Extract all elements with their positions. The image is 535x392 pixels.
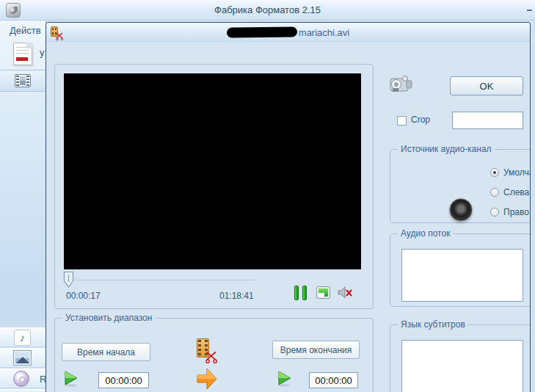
subtitle-language-group: Язык субтитров [390, 324, 531, 392]
mute-icon[interactable] [338, 286, 353, 300]
radio-default-label: Умолчания [503, 167, 531, 178]
picture-icon [14, 351, 31, 365]
play-start-icon[interactable] [62, 370, 79, 387]
sidebar-item-label-partial: у [40, 47, 45, 58]
speaker-icon [449, 198, 473, 222]
subtitle-language-listbox[interactable] [401, 340, 523, 392]
radio-default[interactable]: Умолчания [490, 167, 531, 178]
pause-icon[interactable] [294, 286, 307, 300]
subtitle-language-label: Язык субтитров [398, 319, 468, 330]
film-scissors-icon [197, 338, 216, 362]
radio-left-label: Слева [503, 187, 529, 197]
video-camera-icon [387, 71, 414, 98]
main-titlebar: Фабрика Форматов 2.15 [0, 0, 535, 21]
sidebar-header: Действ [10, 25, 46, 36]
current-time: 00:00:17 [66, 291, 101, 301]
radio-circle-icon [490, 208, 499, 217]
seek-thumb-icon[interactable] [63, 271, 75, 288]
sidebar-item-picture[interactable] [0, 348, 46, 368]
document-icon [13, 43, 32, 65]
seek-track[interactable] [69, 280, 255, 280]
dialog-titlebar: mariachi.avi [46, 23, 530, 42]
radio-circle-icon [490, 188, 499, 197]
video-screen[interactable] [64, 73, 361, 269]
radio-circle-icon [490, 168, 499, 177]
window-title: Фабрика Форматов 2.15 [0, 4, 535, 15]
end-time-input[interactable] [309, 372, 358, 388]
redacted-filename-blob [227, 26, 297, 37]
screen-icon[interactable] [316, 286, 330, 299]
start-time-input[interactable] [98, 372, 149, 388]
clip-dialog: mariachi.avi 00:00:17 01:18:41 [46, 22, 531, 392]
sidebar-item-document[interactable]: у [0, 38, 46, 70]
play-end-icon[interactable] [276, 370, 293, 387]
radio-right-label: Право [503, 207, 529, 217]
audio-stream-label: Аудио поток [398, 228, 453, 239]
start-time-button[interactable]: Время начала [62, 343, 150, 361]
audio-stream-group: Аудио поток [390, 233, 531, 307]
end-time-button[interactable]: Время окончания [272, 341, 360, 359]
radio-left[interactable]: Слева [490, 187, 529, 197]
radio-right[interactable]: Право [490, 207, 529, 217]
audio-source-group: Источник аудио-канал Умолчания Слева Пра… [390, 149, 531, 223]
set-range-label: Установить диапазон [62, 313, 155, 323]
sidebar-item-rom-device[interactable]: R [0, 369, 46, 388]
sidebar-item-audio[interactable]: ♪ [0, 327, 46, 347]
sidebar-item-video[interactable] [0, 70, 46, 92]
cd-icon [13, 371, 29, 387]
audio-stream-listbox[interactable] [401, 249, 523, 302]
sidebar-item-advanced[interactable] [0, 389, 46, 392]
main-window: Фабрика Форматов 2.15 Действ у ♪ R [0, 0, 535, 392]
crop-input[interactable] [452, 112, 523, 129]
sidebar: Действ у ♪ R [0, 21, 46, 392]
dialog-title-filename: mariachi.avi [299, 27, 349, 38]
film-icon [15, 74, 31, 87]
crop-label: Crop [411, 115, 430, 125]
music-note-icon: ♪ [14, 330, 31, 346]
ok-button[interactable]: OK [450, 76, 523, 95]
audio-source-label: Источник аудио-канал [398, 144, 495, 154]
crop-checkbox[interactable] [397, 116, 407, 126]
arrow-right-icon [196, 366, 218, 392]
minimize-icon[interactable] [527, 10, 532, 11]
video-panel: 00:00:17 01:18:41 [54, 64, 374, 309]
duration-time: 01:18:41 [219, 291, 254, 301]
